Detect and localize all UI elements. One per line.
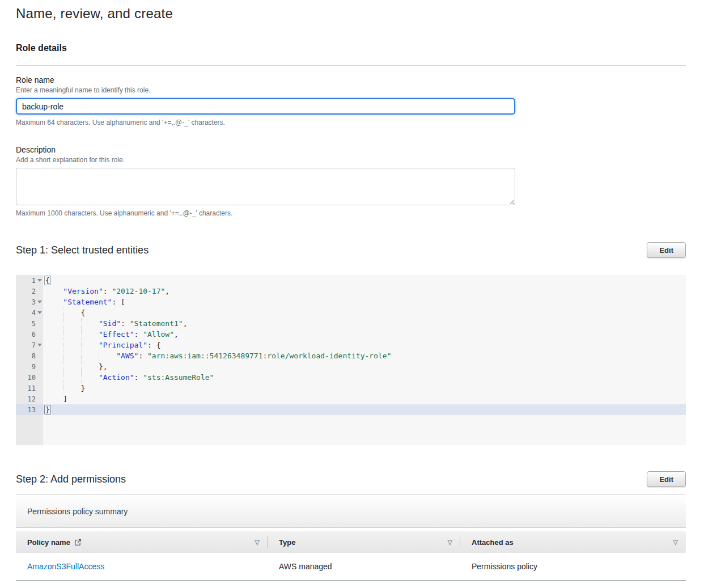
permissions-table: Policy name ▽ Type ▽ Attached a [16, 531, 686, 581]
line-number: 2 [16, 287, 36, 295]
description-help: Add a short explanation for this role. [16, 156, 686, 164]
editor-code[interactable]: { "Version": "2012-10-17", "Statement": … [43, 275, 686, 445]
editor-code-line[interactable]: "Action": "sts:AssumeRole" [43, 372, 686, 383]
editor-code-line[interactable]: } [43, 404, 686, 415]
sort-icon-type[interactable]: ▽ [448, 539, 452, 546]
editor-line-number: 1 [16, 275, 43, 286]
editor-code-line[interactable]: "Principal": { [43, 340, 686, 350]
fold-arrow-icon[interactable] [37, 279, 42, 282]
editor-line-number: 9 [16, 361, 43, 372]
sort-icon-policy-name[interactable]: ▽ [255, 539, 260, 546]
role-name-label: Role name [16, 75, 686, 84]
column-header-attached-as[interactable]: Attached as ▽ [460, 531, 686, 553]
policy-name-cell: AmazonS3FullAccess [16, 562, 268, 571]
editor-line-number: 8 [16, 350, 43, 361]
indent-guide [81, 318, 82, 329]
fold-arrow-icon[interactable] [37, 301, 42, 303]
line-number: 13 [16, 406, 36, 414]
editor-line-number: 4 [16, 307, 43, 318]
fold-arrow-icon[interactable] [37, 344, 42, 346]
editor-code-line[interactable]: "Version": "2012-10-17", [43, 286, 686, 297]
role-name-field: Role name Enter a meaningful name to ide… [16, 75, 686, 126]
line-number: 10 [16, 374, 36, 382]
line-number: 8 [16, 352, 36, 360]
line-number: 7 [16, 341, 36, 349]
editor-code-line[interactable]: { [43, 307, 686, 318]
editor-code-line[interactable]: ] [43, 394, 686, 404]
editor-code-line[interactable]: "Sid": "Statement1", [43, 318, 686, 329]
editor-code-line[interactable]: "AWS": "arn:aws:iam::541263489771:role/w… [43, 350, 686, 361]
line-number: 1 [16, 277, 36, 285]
description-field: Description Add a short explanation for … [16, 145, 686, 217]
line-number: 4 [16, 309, 36, 317]
name-review-create-page: Name, review, and create Role details Ro… [0, 0, 704, 581]
line-number: 3 [16, 298, 36, 306]
step2-edit-button[interactable]: Edit [647, 471, 686, 487]
indent-guide [81, 340, 82, 350]
line-number: 12 [16, 395, 36, 403]
page-title: Name, review, and create [16, 6, 686, 22]
role-name-constraint: Maximum 64 characters. Use alphanumeric … [16, 119, 686, 126]
permissions-summary-panel: Permissions policy summary Policy name ▽ [16, 494, 686, 581]
column-header-type[interactable]: Type ▽ [268, 531, 460, 553]
editor-code-line[interactable]: }, [43, 361, 686, 372]
trust-policy-editor[interactable]: 12345678910111213 { "Version": "2012-10-… [16, 275, 686, 445]
editor-code-line[interactable]: { [43, 275, 686, 286]
indent-guide [63, 383, 63, 394]
description-constraint: Maximum 1000 characters. Use alphanumeri… [16, 209, 686, 217]
indent-guide [81, 329, 82, 340]
editor-line-number: 13 [16, 404, 43, 415]
step1-heading: Step 1: Select trusted entities [16, 244, 149, 256]
permissions-panel-title: Permissions policy summary [16, 495, 686, 528]
sort-icon-attached-as[interactable]: ▽ [673, 539, 678, 546]
role-name-input[interactable] [16, 98, 515, 115]
policy-name-link[interactable]: AmazonS3FullAccess [27, 562, 104, 571]
indent-guide [81, 361, 82, 372]
editor-code-line[interactable]: "Statement": [ [43, 297, 686, 307]
role-name-help: Enter a meaningful name to identify this… [16, 86, 686, 94]
indent-guide [63, 307, 63, 318]
line-number: 11 [16, 384, 36, 392]
attached-as-cell: Permissions policy [460, 562, 686, 571]
editor-line-number: 6 [16, 329, 43, 340]
editor-line-number: 11 [16, 383, 43, 394]
editor-line-number: 10 [16, 372, 43, 383]
policy-type-cell: AWS managed [268, 562, 460, 571]
editor-line-number: 2 [16, 286, 43, 297]
permissions-table-header: Policy name ▽ Type ▽ Attached a [16, 531, 686, 553]
line-number: 6 [16, 331, 36, 339]
editor-code-line[interactable]: "Effect": "Allow", [43, 329, 686, 340]
indent-guide [99, 350, 99, 361]
step1-edit-button[interactable]: Edit [647, 242, 686, 258]
column-header-policy-name[interactable]: Policy name ▽ [16, 531, 268, 553]
indent-guide [63, 340, 63, 350]
editor-line-number: 3 [16, 297, 43, 307]
step1-header: Step 1: Select trusted entities Edit [16, 242, 686, 258]
step2-header: Step 2: Add permissions Edit [16, 471, 686, 487]
indent-guide [63, 350, 63, 361]
role-details-divider [16, 65, 686, 66]
fold-arrow-icon[interactable] [37, 311, 42, 314]
indent-guide [63, 372, 63, 383]
indent-guide [81, 350, 82, 361]
editor-code-line[interactable]: } [43, 383, 686, 394]
editor-line-number: 7 [16, 340, 43, 350]
external-link-icon [74, 539, 82, 546]
attached-as-column-label: Attached as [472, 538, 514, 547]
line-number: 5 [16, 320, 36, 328]
editor-gutter: 12345678910111213 [16, 275, 43, 445]
indent-guide [81, 372, 82, 383]
editor-line-number: 12 [16, 394, 43, 404]
description-label: Description [16, 145, 686, 154]
table-row: AmazonS3FullAccess AWS managed Permissio… [16, 553, 686, 581]
role-details-heading: Role details [16, 43, 686, 53]
indent-guide [63, 329, 63, 340]
line-number: 9 [16, 363, 36, 371]
indent-guide [63, 318, 63, 329]
step2-heading: Step 2: Add permissions [16, 473, 126, 485]
type-column-label: Type [279, 538, 295, 547]
policy-name-column-label: Policy name [27, 538, 70, 547]
description-textarea[interactable] [16, 168, 515, 205]
indent-guide [63, 361, 63, 372]
editor-line-number: 5 [16, 318, 43, 329]
